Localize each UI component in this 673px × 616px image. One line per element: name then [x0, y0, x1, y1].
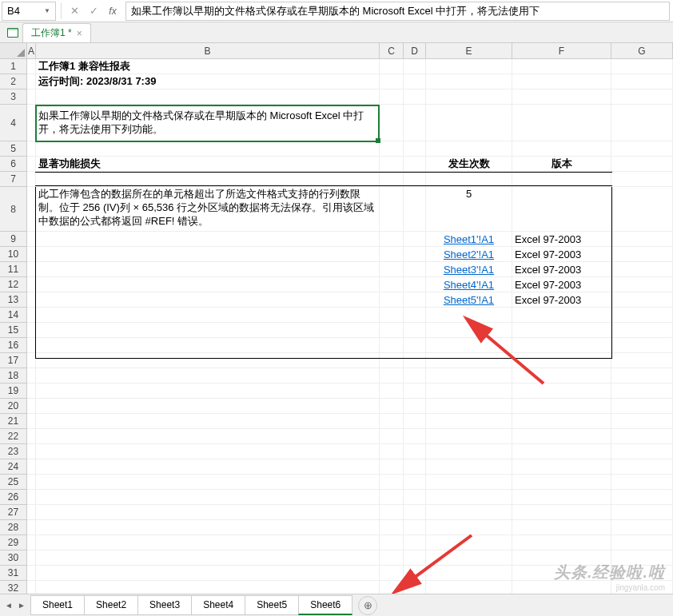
cell[interactable] — [426, 59, 512, 74]
cell[interactable] — [36, 399, 380, 414]
cell[interactable] — [512, 308, 611, 323]
cell[interactable] — [404, 292, 426, 308]
cell[interactable] — [27, 308, 36, 323]
cell[interactable] — [404, 505, 426, 520]
row-header[interactable]: 17 — [0, 353, 27, 368]
cell[interactable] — [27, 429, 36, 444]
cell[interactable] — [404, 59, 426, 74]
cell[interactable] — [426, 535, 512, 550]
row-header[interactable]: 22 — [0, 429, 27, 444]
cell[interactable] — [27, 59, 36, 74]
cell[interactable] — [611, 262, 673, 277]
cell[interactable] — [380, 292, 404, 308]
cell[interactable] — [512, 59, 611, 74]
cell[interactable] — [611, 141, 673, 157]
cell[interactable] — [380, 429, 404, 444]
cell[interactable] — [426, 459, 512, 475]
cell[interactable] — [27, 535, 36, 550]
cell[interactable] — [380, 520, 404, 535]
row-header[interactable]: 9 — [0, 232, 27, 247]
cell[interactable] — [27, 399, 36, 414]
cell-header1[interactable]: 显著功能损失 — [36, 157, 380, 172]
cell[interactable] — [426, 74, 512, 89]
cell[interactable] — [36, 353, 380, 368]
cell[interactable] — [404, 520, 426, 535]
row-header[interactable]: 26 — [0, 490, 27, 505]
row-header[interactable]: 1 — [0, 59, 27, 74]
cell[interactable] — [380, 505, 404, 520]
cell-title[interactable]: 工作簿1 兼容性报表 — [36, 59, 380, 74]
cell[interactable] — [380, 262, 404, 277]
cell[interactable] — [512, 384, 611, 399]
row-header[interactable]: 4 — [0, 105, 27, 141]
cell-count[interactable]: 5 — [426, 187, 512, 232]
cell[interactable] — [36, 459, 380, 475]
cell[interactable] — [512, 459, 611, 475]
cell[interactable] — [36, 247, 380, 262]
cell[interactable] — [404, 338, 426, 353]
sheet-nav-last-icon[interactable]: ► — [16, 600, 27, 611]
cell[interactable] — [426, 384, 512, 399]
cell[interactable] — [380, 353, 404, 368]
row-header[interactable]: 3 — [0, 89, 27, 105]
cell[interactable] — [611, 475, 673, 490]
cell-link[interactable]: Sheet4'!A1 — [426, 277, 512, 292]
cell[interactable] — [27, 277, 36, 292]
cell[interactable] — [512, 105, 611, 141]
row-header[interactable]: 20 — [0, 399, 27, 414]
cell[interactable] — [611, 459, 673, 475]
cell[interactable] — [404, 399, 426, 414]
cell[interactable] — [512, 505, 611, 520]
cell[interactable] — [426, 429, 512, 444]
confirm-formula-button[interactable]: ✓ — [84, 2, 103, 21]
cell[interactable] — [404, 277, 426, 292]
row-header[interactable]: 2 — [0, 74, 27, 89]
cell[interactable] — [512, 566, 611, 581]
sheet-ref-link[interactable]: Sheet4'!A1 — [444, 279, 494, 291]
cell[interactable] — [512, 172, 611, 187]
cell[interactable] — [380, 444, 404, 459]
cell[interactable] — [380, 459, 404, 475]
col-header-d[interactable]: D — [404, 43, 426, 58]
cell[interactable] — [380, 399, 404, 414]
cell[interactable] — [27, 384, 36, 399]
sheet-ref-link[interactable]: Sheet2'!A1 — [444, 248, 494, 260]
cell[interactable] — [512, 490, 611, 505]
cell[interactable] — [380, 475, 404, 490]
cancel-formula-button[interactable]: ✕ — [65, 2, 84, 21]
cell[interactable] — [36, 550, 380, 566]
row-header[interactable]: 7 — [0, 172, 27, 187]
cell-link[interactable]: Sheet3'!A1 — [426, 262, 512, 277]
cell-version[interactable]: Excel 97-2003 — [512, 247, 611, 262]
cell[interactable] — [404, 459, 426, 475]
cell[interactable] — [611, 323, 673, 338]
col-header-b[interactable]: B — [36, 43, 380, 58]
cell[interactable] — [380, 59, 404, 74]
cell[interactable] — [36, 429, 380, 444]
cell[interactable] — [512, 353, 611, 368]
cell[interactable] — [404, 353, 426, 368]
row-header[interactable]: 28 — [0, 520, 27, 535]
cell[interactable] — [380, 550, 404, 566]
cell[interactable] — [27, 505, 36, 520]
col-header-c[interactable]: C — [380, 43, 404, 58]
cell[interactable] — [36, 141, 380, 157]
cell[interactable] — [36, 308, 380, 323]
cell[interactable] — [611, 308, 673, 323]
cell[interactable] — [404, 172, 426, 187]
cell[interactable] — [27, 566, 36, 581]
cell[interactable] — [27, 262, 36, 277]
sheet-tab-sheet6[interactable]: Sheet6 — [298, 595, 352, 615]
cell[interactable] — [27, 414, 36, 429]
cell[interactable] — [380, 247, 404, 262]
cell[interactable] — [426, 338, 512, 353]
cell-version[interactable]: Excel 97-2003 — [512, 277, 611, 292]
cell[interactable] — [36, 292, 380, 308]
row-header[interactable]: 6 — [0, 157, 27, 172]
cell[interactable] — [426, 368, 512, 384]
row-header[interactable]: 10 — [0, 247, 27, 262]
cell[interactable] — [611, 157, 673, 172]
cell[interactable] — [404, 490, 426, 505]
row-header[interactable]: 12 — [0, 277, 27, 292]
cell[interactable] — [611, 172, 673, 187]
